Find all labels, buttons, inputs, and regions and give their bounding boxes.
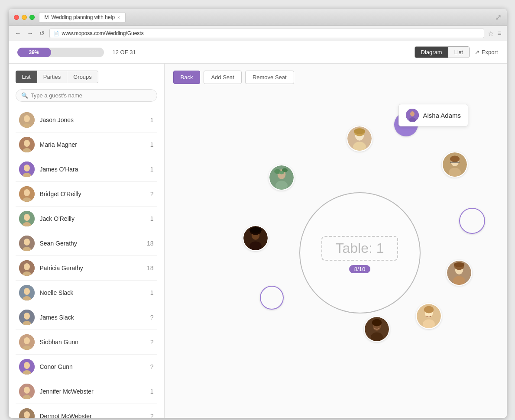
guest-table-number: ? [145, 339, 154, 346]
guest-table-number: 1 [145, 166, 154, 173]
tab-list[interactable]: List [16, 71, 37, 83]
table-label: Table: 1 [335, 240, 384, 256]
guest-avatar [19, 310, 35, 325]
svg-point-74 [410, 111, 415, 116]
guest-name: Maria Magner [40, 141, 145, 148]
guest-name: Noelle Slack [40, 289, 145, 296]
table-diagram: Table: 1 8/10 [165, 91, 507, 415]
table-circle: Table: 1 8/10 [299, 192, 421, 313]
guest-item[interactable]: James O'Hara1 [16, 157, 157, 182]
guest-name: Jennifer McWebster [40, 388, 145, 395]
seat-right-bottom[interactable] [446, 260, 472, 286]
seat-tooltip: Aisha Adams [398, 104, 469, 126]
top-bar: 39% 12 OF 31 Diagram List ↗ Export [9, 41, 507, 64]
guest-item[interactable]: Sean Gerathy18 [16, 231, 157, 256]
bookmark-icon[interactable]: ☆ [488, 29, 494, 38]
tooltip-avatar [406, 109, 419, 122]
url-field[interactable]: 📄 www.moposa.com/Wedding/Guests [49, 29, 485, 38]
close-dot[interactable] [14, 15, 19, 20]
progress-bar-container: 39% [17, 48, 104, 57]
guest-item[interactable]: Siobhan Gunn? [16, 330, 157, 355]
table-count: 8/10 [349, 265, 370, 273]
guest-item[interactable]: James Slack? [16, 305, 157, 330]
menu-icon[interactable]: ≡ [497, 29, 501, 38]
guest-avatar [19, 137, 35, 152]
svg-point-19 [24, 263, 30, 270]
guest-name: Bridget O'Reilly [40, 191, 145, 197]
guest-name: Dermot McWebster [40, 413, 145, 418]
table-dashed-box: Table: 1 [321, 236, 398, 261]
guest-name: James Slack [40, 314, 145, 321]
guest-table-number: 1 [145, 141, 154, 148]
tab-favicon: M [45, 14, 49, 20]
guest-item[interactable]: Bridget O'Reilly? [16, 182, 157, 207]
svg-point-67 [279, 171, 284, 174]
svg-point-47 [450, 155, 459, 162]
guest-name: Siobhan Gunn [40, 339, 145, 346]
seat-right-top[interactable] [442, 152, 468, 178]
guest-item[interactable]: Maria Magner1 [16, 132, 157, 157]
page-icon: 📄 [53, 31, 59, 36]
guest-item[interactable]: Jason Jones1 [16, 108, 157, 132]
minimize-dot[interactable] [22, 15, 27, 20]
diagram-view-button[interactable]: Diagram [415, 47, 448, 58]
export-icon: ↗ [475, 49, 479, 55]
guest-name: Jack O'Reilly [40, 215, 145, 222]
maximize-dot[interactable] [29, 15, 35, 20]
add-seat-button[interactable]: Add Seat [204, 71, 242, 84]
seat-bottom-right[interactable] [416, 303, 442, 329]
search-icon: 🔍 [21, 92, 28, 99]
view-toggle: Diagram List [415, 46, 470, 58]
guest-item[interactable]: Jack O'Reilly1 [16, 207, 157, 231]
seat-bottom-center[interactable] [364, 316, 390, 342]
browser-dots [14, 15, 35, 20]
refresh-button[interactable]: ↺ [38, 30, 46, 37]
guest-table-number: 1 [145, 289, 154, 296]
forward-nav-button[interactable]: → [26, 30, 35, 37]
window-resize-icon[interactable]: ⤢ [495, 13, 502, 22]
guest-avatar [19, 112, 35, 128]
tab-close-icon[interactable]: × [117, 15, 120, 20]
guest-name: Patricia Gerathy [40, 265, 145, 271]
export-button[interactable]: ↗ Export [475, 49, 498, 55]
seat-bottom-left-empty[interactable] [260, 286, 284, 310]
sidebar: List Parties Groups 🔍 Jason Jones1Maria … [9, 64, 165, 418]
back-nav-button[interactable]: ← [14, 30, 23, 37]
guest-table-number: 1 [145, 116, 154, 123]
guest-name: Conor Gunn [40, 363, 145, 370]
main-layout: List Parties Groups 🔍 Jason Jones1Maria … [9, 64, 507, 418]
back-button[interactable]: Back [173, 71, 201, 84]
svg-point-61 [372, 319, 381, 326]
svg-point-31 [24, 362, 30, 369]
search-input[interactable] [31, 92, 152, 99]
tab-groups[interactable]: Groups [67, 71, 98, 83]
guest-item[interactable]: Dermot McWebster? [16, 404, 157, 418]
browser-window: M Wedding planning with help × ⤢ ← → ↺ 📄… [9, 9, 507, 418]
guest-item[interactable]: Patricia Gerathy18 [16, 256, 157, 281]
seat-right-middle-empty[interactable] [459, 208, 485, 234]
list-view-button[interactable]: List [448, 47, 469, 58]
guest-avatar [19, 384, 35, 399]
top-bar-right: Diagram List ↗ Export [415, 46, 498, 58]
guest-item[interactable]: Conor Gunn? [16, 355, 157, 379]
seat-top-center[interactable] [347, 126, 372, 152]
guest-item[interactable]: Noelle Slack1 [16, 281, 157, 305]
url-actions: ☆ ≡ [488, 29, 501, 38]
progress-label: 39% [29, 49, 39, 55]
browser-urlbar: ← → ↺ 📄 www.moposa.com/Wedding/Guests ☆ … [9, 26, 507, 41]
svg-point-13 [24, 214, 30, 221]
guest-item[interactable]: Jennifer McWebster1 [16, 379, 157, 404]
guest-name: Sean Gerathy [40, 240, 145, 247]
remove-seat-button[interactable]: Remove Seat [245, 71, 294, 84]
diagram-area: Back Add Seat Remove Seat Table: 1 8/10 [165, 64, 507, 418]
seat-top-left[interactable] [269, 165, 295, 191]
guest-table-number: 18 [145, 265, 154, 271]
tab-parties[interactable]: Parties [37, 71, 67, 83]
browser-tab[interactable]: M Wedding planning with help × [39, 12, 126, 22]
guest-table-number: 1 [145, 388, 154, 395]
svg-point-25 [24, 313, 30, 320]
tab-title: Wedding planning with help [52, 14, 115, 20]
guest-avatar [19, 408, 35, 418]
progress-bar-fill: 39% [17, 48, 51, 57]
seat-left[interactable] [243, 225, 269, 251]
